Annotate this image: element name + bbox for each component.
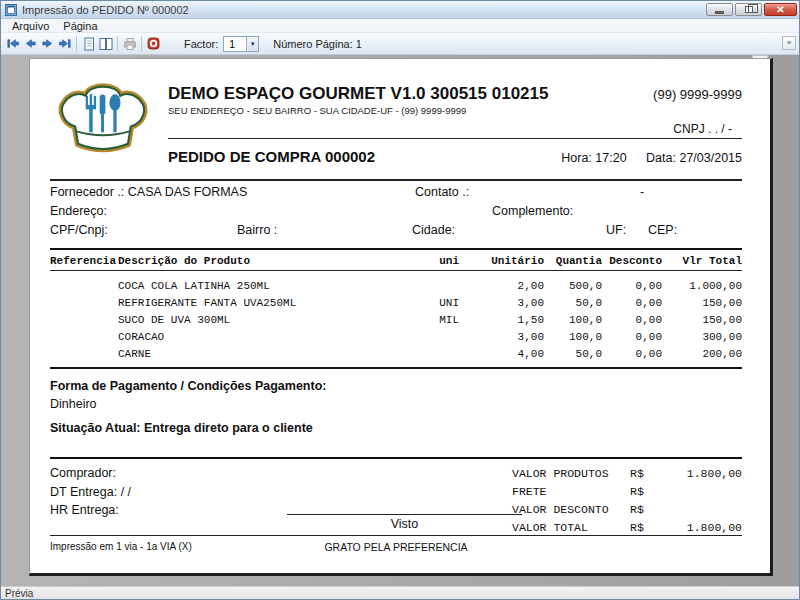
page-number-label: Número Página: 1 <box>273 38 362 50</box>
total-value <box>660 483 742 501</box>
cell-uni: MIL <box>414 314 459 326</box>
cell-quantia: 50,0 <box>544 348 602 360</box>
first-page-button[interactable] <box>5 34 22 54</box>
cell-vlr_total: 1.000,00 <box>662 280 742 292</box>
company-block: DEMO ESPAÇO GOURMET V1.0 300515 010215 S… <box>168 71 742 175</box>
last-page-button[interactable] <box>56 34 73 54</box>
table-row: CORACAO3,00100,00,00300,00 <box>50 328 742 345</box>
payment-value: Dinheiro <box>50 397 742 411</box>
cell-quantia: 500,0 <box>544 280 602 292</box>
table-row: REFRIGERANTE FANTA UVA250MLUNI3,0050,00,… <box>50 294 742 311</box>
fornecedor-value: CASA DAS FORMAS <box>128 185 247 199</box>
preview-area[interactable]: DEMO ESPAÇO GOURMET V1.0 300515 010215 S… <box>1 55 799 586</box>
cell-desconto: 0,00 <box>602 331 662 343</box>
restore-icon <box>745 6 753 13</box>
items-table: Referencia Descrição do Produto uni Unit… <box>50 248 742 369</box>
close-icon: ✕ <box>776 5 784 15</box>
visto-label: Visto <box>287 517 522 531</box>
contato-label: Contato .: <box>415 185 469 199</box>
cell-descricao: SUCO DE UVA 300ML <box>118 314 414 326</box>
thanks-text: GRATO PELA PREFERENCIA <box>50 541 742 553</box>
currency-label: R$ <box>630 501 660 519</box>
toolbar-separator <box>117 36 118 51</box>
order-title: PEDIDO DE COMPRA 000002 <box>168 148 375 165</box>
cell-quantia: 100,0 <box>544 314 602 326</box>
cep-label: CEP: <box>648 223 677 237</box>
factor-select[interactable]: 1 ▼ <box>223 36 259 52</box>
restore-button[interactable] <box>735 3 762 16</box>
currency-label: R$ <box>630 483 660 501</box>
status-bar: Prévia <box>1 586 799 599</box>
utensils-icon <box>86 94 121 132</box>
total-row: VALOR PRODUTOSR$1.800,00 <box>512 465 742 483</box>
menu-pagina[interactable]: Página <box>56 20 104 32</box>
table-row: CARNE4,0050,00,00200,00 <box>50 345 742 362</box>
header-referencia: Referencia <box>50 255 118 267</box>
payment-label: Forma de Pagamento / Condições Pagamento… <box>50 379 742 393</box>
prev-page-button[interactable] <box>22 34 39 54</box>
single-page-view-button[interactable] <box>80 34 97 54</box>
currency-label: R$ <box>630 465 660 483</box>
cell-descricao: CARNE <box>118 348 414 360</box>
print-button[interactable] <box>121 34 138 54</box>
two-page-view-button[interactable] <box>97 34 114 54</box>
total-row: VALOR DESCONTOR$ <box>512 501 742 519</box>
company-name: DEMO ESPAÇO GOURMET V1.0 300515 010215 <box>168 84 548 104</box>
minimize-button[interactable] <box>706 3 733 16</box>
cell-desconto: 0,00 <box>602 348 662 360</box>
header-quantia: Quantia <box>544 255 602 267</box>
chevron-down-icon: ▼ <box>246 37 258 51</box>
cnpj-field: CNPJ . . / - <box>168 122 742 136</box>
header-vlr-total: Vlr Total <box>662 255 742 267</box>
cidade-label: Cidade: <box>412 223 455 237</box>
total-label: FRETE <box>512 483 630 501</box>
cell-descricao: COCA COLA LATINHA 250ML <box>118 280 414 292</box>
cell-quantia: 50,0 <box>544 297 602 309</box>
items-table-header: Referencia Descrição do Produto uni Unit… <box>50 250 742 270</box>
company-address: SEU ENDEREÇO - SEU BAIRRO - SUA CIDADE-U… <box>168 105 548 116</box>
single-page-icon <box>81 36 97 52</box>
report-page: DEMO ESPAÇO GOURMET V1.0 300515 010215 S… <box>29 58 773 576</box>
company-phone: (99) 9999-9999 <box>653 84 742 102</box>
factor-label: Factor: <box>184 38 218 50</box>
table-row: COCA COLA LATINHA 250ML2,00500,00,001.00… <box>50 277 742 294</box>
cell-unitario: 2,00 <box>459 280 544 292</box>
cell-quantia: 100,0 <box>544 331 602 343</box>
cell-desconto: 0,00 <box>602 314 662 326</box>
total-row: FRETER$ <box>512 483 742 501</box>
chef-hat-logo <box>50 71 156 163</box>
menu-arquivo[interactable]: Arquivo <box>5 20 56 32</box>
cell-descricao: CORACAO <box>118 331 414 343</box>
contato-value: - <box>640 185 644 199</box>
cell-vlr_total: 200,00 <box>662 348 742 360</box>
title-bar: Impressão do PEDIDO Nº 000002 ✕ <box>1 1 799 19</box>
two-pages-icon <box>98 36 114 52</box>
bottom-block: Comprador: DT Entrega: / / HR Entrega: V… <box>50 457 742 535</box>
cell-vlr_total: 150,00 <box>662 314 742 326</box>
close-preview-icon <box>146 36 161 51</box>
toolbar: Factor: 1 ▼ Número Página: 1 » <box>1 33 799 55</box>
cell-desconto: 0,00 <box>602 280 662 292</box>
print-footer: Impressão em 1 via - 1a VIA (X) GRATO PE… <box>50 535 742 552</box>
order-time: Hora: 17:20 <box>561 151 626 165</box>
endereco-label: Endereço: <box>50 204 107 218</box>
next-page-button[interactable] <box>39 34 56 54</box>
total-label: VALOR DESCONTO <box>512 501 630 519</box>
document-header: DEMO ESPAÇO GOURMET V1.0 300515 010215 S… <box>50 71 742 175</box>
window-title: Impressão do PEDIDO Nº 000002 <box>22 4 704 16</box>
first-page-icon <box>6 36 21 51</box>
total-value: 1.800,00 <box>660 465 742 483</box>
toolbar-separator <box>141 36 142 51</box>
order-date: Data: 27/03/2015 <box>646 151 742 165</box>
close-preview-button[interactable] <box>145 34 162 54</box>
cell-vlr_total: 300,00 <box>662 331 742 343</box>
prev-page-icon <box>23 36 38 51</box>
close-button[interactable]: ✕ <box>764 3 797 16</box>
cell-unitario: 3,00 <box>459 297 544 309</box>
toolbar-overflow-button[interactable]: » <box>782 36 796 50</box>
cell-uni: UNI <box>414 297 459 309</box>
divider <box>168 138 742 139</box>
toolbar-separator <box>76 36 77 51</box>
situacao-label: Situação Atual: Entrega direto para o cl… <box>50 421 742 435</box>
menu-bar: Arquivo Página <box>1 19 799 33</box>
